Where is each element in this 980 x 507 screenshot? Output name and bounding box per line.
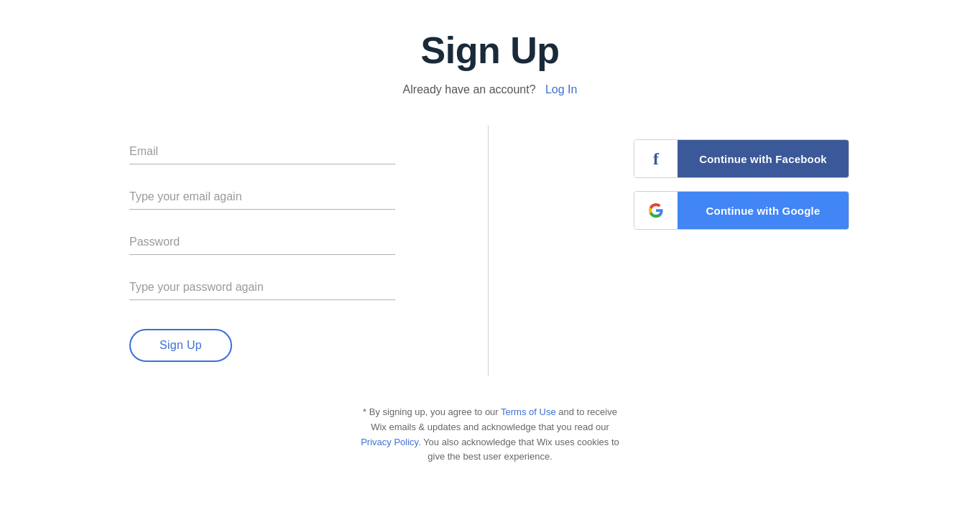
email-confirm-field-container	[129, 185, 395, 210]
footer-text: * By signing up, you agree to our Terms …	[361, 405, 619, 465]
email-input[interactable]	[129, 139, 395, 164]
facebook-icon: f	[653, 149, 659, 169]
privacy-link[interactable]: Privacy Policy	[361, 437, 418, 447]
email-confirm-input[interactable]	[129, 185, 395, 210]
google-icon	[648, 203, 664, 218]
email-field-container	[129, 139, 395, 164]
login-link[interactable]: Log In	[545, 83, 577, 96]
facebook-icon-container: f	[634, 140, 678, 177]
password-confirm-field-container	[129, 275, 395, 300]
footer-text-part3: . You also acknowledge that Wix uses coo…	[418, 437, 619, 462]
right-panel: f Continue with Facebook Continue with G…	[489, 125, 980, 244]
google-icon-container	[634, 192, 678, 229]
facebook-button-label: Continue with Facebook	[678, 140, 849, 177]
page-title: Sign Up	[421, 29, 560, 72]
password-field-container	[129, 230, 395, 255]
terms-link[interactable]: Terms of Use	[501, 406, 556, 417]
google-button[interactable]: Continue with Google	[634, 191, 849, 230]
signup-button[interactable]: Sign Up	[129, 329, 232, 362]
left-panel: Sign Up	[0, 125, 489, 376]
main-content: Sign Up f Continue with Facebook	[0, 125, 980, 376]
facebook-button[interactable]: f Continue with Facebook	[634, 139, 849, 178]
page-subtitle: Already have an account? Log In	[403, 83, 578, 96]
password-input[interactable]	[129, 230, 395, 255]
password-confirm-input[interactable]	[129, 275, 395, 300]
footer-text-part1: * By signing up, you agree to our	[363, 406, 501, 417]
google-button-label: Continue with Google	[678, 192, 849, 229]
subtitle-text: Already have an account?	[403, 83, 536, 96]
page-container: Sign Up Already have an account? Log In …	[0, 0, 980, 507]
